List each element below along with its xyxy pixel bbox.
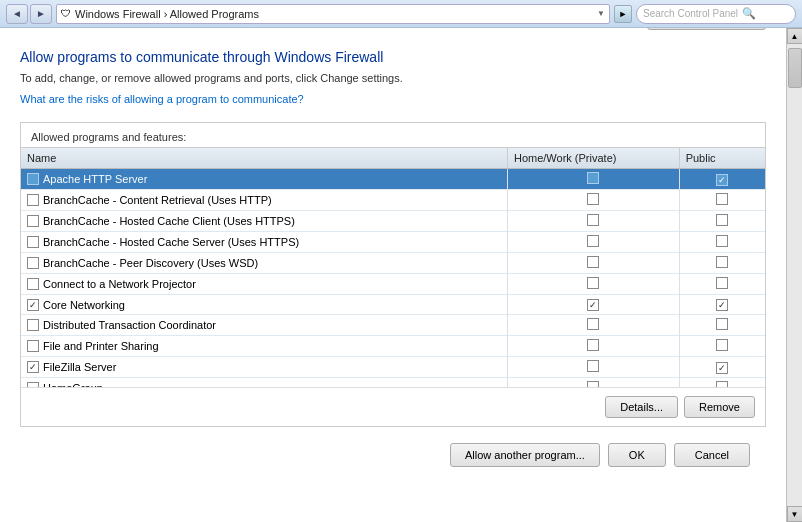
private-checkbox[interactable] xyxy=(587,256,599,268)
program-enabled-checkbox[interactable] xyxy=(27,194,39,206)
program-private-cell[interactable] xyxy=(507,295,679,315)
private-checkbox[interactable] xyxy=(587,299,599,311)
private-checkbox[interactable] xyxy=(587,277,599,289)
table-row[interactable]: Distributed Transaction Coordinator xyxy=(21,315,765,336)
public-checkbox[interactable] xyxy=(716,299,728,311)
col-header-public: Public xyxy=(679,148,765,169)
program-enabled-checkbox[interactable] xyxy=(27,299,39,311)
program-public-cell[interactable] xyxy=(679,169,765,190)
program-enabled-checkbox[interactable] xyxy=(27,340,39,352)
remove-button[interactable]: Remove xyxy=(684,396,755,418)
public-checkbox[interactable] xyxy=(716,277,728,289)
private-checkbox[interactable] xyxy=(587,339,599,351)
program-private-cell[interactable] xyxy=(507,190,679,211)
search-bar[interactable]: Search Control Panel 🔍 xyxy=(636,4,796,24)
cancel-button[interactable]: Cancel xyxy=(674,443,750,467)
program-public-cell[interactable] xyxy=(679,295,765,315)
program-name-label: Core Networking xyxy=(43,299,125,311)
public-checkbox[interactable] xyxy=(716,362,728,374)
program-private-cell[interactable] xyxy=(507,232,679,253)
program-name-cell: BranchCache - Peer Discovery (Uses WSD) xyxy=(21,253,507,274)
scroll-down-arrow[interactable]: ▼ xyxy=(787,506,803,522)
table-row[interactable]: BranchCache - Hosted Cache Server (Uses … xyxy=(21,232,765,253)
program-public-cell[interactable] xyxy=(679,253,765,274)
program-enabled-checkbox[interactable] xyxy=(27,173,39,185)
program-name-cell: Connect to a Network Projector xyxy=(21,274,507,295)
main-content: Allow programs to communicate through Wi… xyxy=(0,28,786,522)
program-private-cell[interactable] xyxy=(507,211,679,232)
scroll-up-arrow[interactable]: ▲ xyxy=(787,28,803,44)
program-private-cell[interactable] xyxy=(507,274,679,295)
table-row[interactable]: HomeGroup xyxy=(21,378,765,388)
public-checkbox[interactable] xyxy=(716,381,728,387)
program-private-cell[interactable] xyxy=(507,357,679,378)
private-checkbox[interactable] xyxy=(587,381,599,387)
program-public-cell[interactable] xyxy=(679,378,765,388)
private-checkbox[interactable] xyxy=(587,172,599,184)
table-row[interactable]: BranchCache - Content Retrieval (Uses HT… xyxy=(21,190,765,211)
program-enabled-checkbox[interactable] xyxy=(27,257,39,269)
public-checkbox[interactable] xyxy=(716,318,728,330)
program-public-cell[interactable] xyxy=(679,232,765,253)
col-header-private: Home/Work (Private) xyxy=(507,148,679,169)
table-row[interactable]: File and Printer Sharing xyxy=(21,336,765,357)
private-checkbox[interactable] xyxy=(587,214,599,226)
program-enabled-checkbox[interactable] xyxy=(27,382,39,387)
allow-another-program-button[interactable]: Allow another program... xyxy=(450,443,600,467)
scroll-thumb[interactable] xyxy=(788,48,802,88)
program-enabled-checkbox[interactable] xyxy=(27,361,39,373)
program-enabled-checkbox[interactable] xyxy=(27,278,39,290)
program-name-label: BranchCache - Content Retrieval (Uses HT… xyxy=(43,194,272,206)
go-button[interactable]: ► xyxy=(614,5,632,23)
programs-table-scroll[interactable]: Name Home/Work (Private) Public Apache H… xyxy=(21,148,765,387)
table-row[interactable]: BranchCache - Hosted Cache Client (Uses … xyxy=(21,211,765,232)
details-button[interactable]: Details... xyxy=(605,396,678,418)
address-bar[interactable]: 🛡 Windows Firewall › Allowed Programs ▼ xyxy=(56,4,610,24)
program-enabled-checkbox[interactable] xyxy=(27,319,39,331)
program-enabled-checkbox[interactable] xyxy=(27,236,39,248)
public-checkbox[interactable] xyxy=(716,174,728,186)
program-enabled-checkbox[interactable] xyxy=(27,215,39,227)
ok-button[interactable]: OK xyxy=(608,443,666,467)
help-link[interactable]: What are the risks of allowing a program… xyxy=(20,93,304,105)
private-checkbox[interactable] xyxy=(587,235,599,247)
table-row[interactable]: Core Networking xyxy=(21,295,765,315)
scroll-track[interactable] xyxy=(787,44,803,506)
program-private-cell[interactable] xyxy=(507,336,679,357)
bottom-bar: Allow another program... OK Cancel xyxy=(20,435,766,475)
public-checkbox[interactable] xyxy=(716,193,728,205)
public-checkbox[interactable] xyxy=(716,256,728,268)
program-public-cell[interactable] xyxy=(679,336,765,357)
program-private-cell[interactable] xyxy=(507,169,679,190)
program-public-cell[interactable] xyxy=(679,211,765,232)
address-dropdown-arrow[interactable]: ▼ xyxy=(597,9,605,18)
forward-button[interactable]: ► xyxy=(30,4,52,24)
private-checkbox[interactable] xyxy=(587,360,599,372)
program-name-label: BranchCache - Peer Discovery (Uses WSD) xyxy=(43,257,258,269)
program-name-label: Connect to a Network Projector xyxy=(43,278,196,290)
private-checkbox[interactable] xyxy=(587,193,599,205)
program-private-cell[interactable] xyxy=(507,315,679,336)
back-button[interactable]: ◄ xyxy=(6,4,28,24)
program-public-cell[interactable] xyxy=(679,274,765,295)
program-public-cell[interactable] xyxy=(679,357,765,378)
program-name-label: BranchCache - Hosted Cache Client (Uses … xyxy=(43,215,295,227)
program-private-cell[interactable] xyxy=(507,378,679,388)
public-checkbox[interactable] xyxy=(716,235,728,247)
program-public-cell[interactable] xyxy=(679,315,765,336)
table-row[interactable]: FileZilla Server xyxy=(21,357,765,378)
table-row[interactable]: Apache HTTP Server xyxy=(21,169,765,190)
program-public-cell[interactable] xyxy=(679,190,765,211)
program-private-cell[interactable] xyxy=(507,253,679,274)
program-name-cell: File and Printer Sharing xyxy=(21,336,507,357)
breadcrumb-text: Windows Firewall › Allowed Programs xyxy=(75,8,593,20)
program-name-cell: BranchCache - Content Retrieval (Uses HT… xyxy=(21,190,507,211)
private-checkbox[interactable] xyxy=(587,318,599,330)
public-checkbox[interactable] xyxy=(716,214,728,226)
change-settings-button[interactable]: Change settings xyxy=(647,28,767,30)
public-checkbox[interactable] xyxy=(716,339,728,351)
title-bar: ◄ ► 🛡 Windows Firewall › Allowed Program… xyxy=(0,0,802,28)
table-row[interactable]: Connect to a Network Projector xyxy=(21,274,765,295)
window-scrollbar[interactable]: ▲ ▼ xyxy=(786,28,802,522)
table-row[interactable]: BranchCache - Peer Discovery (Uses WSD) xyxy=(21,253,765,274)
